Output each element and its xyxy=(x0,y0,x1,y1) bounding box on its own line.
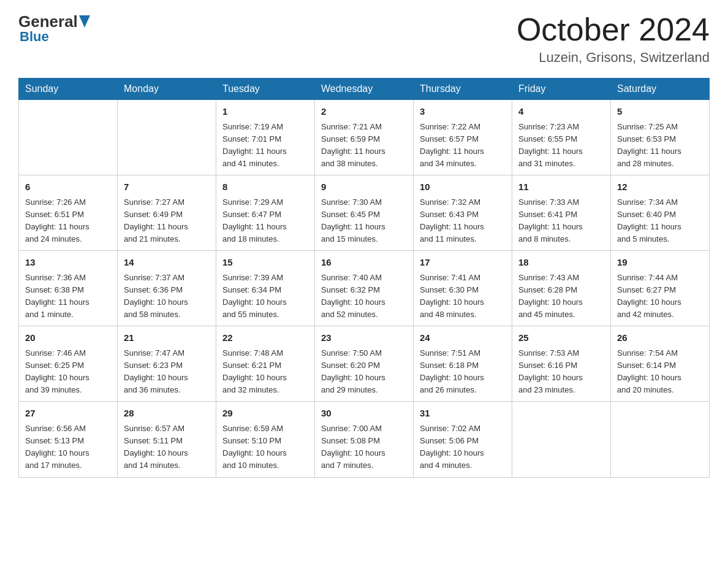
calendar-day-cell: 20Sunrise: 7:46 AM Sunset: 6:25 PM Dayli… xyxy=(19,326,118,402)
day-number: 5 xyxy=(617,105,703,119)
logo-arrow-icon xyxy=(79,15,90,28)
calendar-day-cell xyxy=(118,100,216,175)
calendar-day-cell: 18Sunrise: 7:43 AM Sunset: 6:28 PM Dayli… xyxy=(512,251,611,326)
day-of-week-header: Thursday xyxy=(414,79,512,100)
calendar-day-cell: 27Sunrise: 6:56 AM Sunset: 5:13 PM Dayli… xyxy=(19,402,118,477)
day-number: 10 xyxy=(420,180,506,194)
calendar-day-cell: 3Sunrise: 7:22 AM Sunset: 6:57 PM Daylig… xyxy=(414,100,512,175)
svg-marker-0 xyxy=(79,15,90,28)
day-number: 3 xyxy=(420,105,506,119)
day-number: 20 xyxy=(25,331,111,345)
day-number: 9 xyxy=(321,180,407,194)
day-info: Sunrise: 7:53 AM Sunset: 6:16 PM Dayligh… xyxy=(518,348,583,394)
calendar-week-row: 27Sunrise: 6:56 AM Sunset: 5:13 PM Dayli… xyxy=(19,402,710,477)
day-number: 4 xyxy=(518,105,604,119)
day-number: 1 xyxy=(222,105,308,119)
calendar-day-cell: 13Sunrise: 7:36 AM Sunset: 6:38 PM Dayli… xyxy=(19,251,118,326)
day-info: Sunrise: 6:56 AM Sunset: 5:13 PM Dayligh… xyxy=(25,424,89,470)
day-info: Sunrise: 7:02 AM Sunset: 5:06 PM Dayligh… xyxy=(420,424,484,470)
calendar-week-row: 1Sunrise: 7:19 AM Sunset: 7:01 PM Daylig… xyxy=(19,100,710,175)
calendar-day-cell: 8Sunrise: 7:29 AM Sunset: 6:47 PM Daylig… xyxy=(216,175,315,251)
calendar-day-cell: 29Sunrise: 6:59 AM Sunset: 5:10 PM Dayli… xyxy=(216,402,315,477)
day-info: Sunrise: 6:59 AM Sunset: 5:10 PM Dayligh… xyxy=(222,424,287,470)
day-number: 22 xyxy=(222,331,308,345)
day-info: Sunrise: 7:48 AM Sunset: 6:21 PM Dayligh… xyxy=(222,348,287,394)
day-number: 29 xyxy=(222,407,308,421)
calendar-day-cell: 10Sunrise: 7:32 AM Sunset: 6:43 PM Dayli… xyxy=(414,175,512,251)
calendar-header-row: SundayMondayTuesdayWednesdayThursdayFrid… xyxy=(19,79,710,100)
day-number: 12 xyxy=(617,180,703,194)
day-info: Sunrise: 7:39 AM Sunset: 6:34 PM Dayligh… xyxy=(222,273,287,319)
calendar-day-cell: 6Sunrise: 7:26 AM Sunset: 6:51 PM Daylig… xyxy=(19,175,118,251)
day-info: Sunrise: 7:27 AM Sunset: 6:49 PM Dayligh… xyxy=(124,197,188,243)
day-number: 19 xyxy=(617,256,703,270)
day-of-week-header: Tuesday xyxy=(216,79,315,100)
calendar-day-cell: 23Sunrise: 7:50 AM Sunset: 6:20 PM Dayli… xyxy=(315,326,414,402)
day-number: 6 xyxy=(25,180,111,194)
day-info: Sunrise: 7:30 AM Sunset: 6:45 PM Dayligh… xyxy=(321,197,385,243)
day-number: 16 xyxy=(321,256,407,270)
day-info: Sunrise: 7:29 AM Sunset: 6:47 PM Dayligh… xyxy=(222,197,287,243)
calendar-day-cell: 9Sunrise: 7:30 AM Sunset: 6:45 PM Daylig… xyxy=(315,175,414,251)
day-info: Sunrise: 7:34 AM Sunset: 6:40 PM Dayligh… xyxy=(617,197,681,243)
calendar-week-row: 20Sunrise: 7:46 AM Sunset: 6:25 PM Dayli… xyxy=(19,326,710,402)
calendar-day-cell: 24Sunrise: 7:51 AM Sunset: 6:18 PM Dayli… xyxy=(414,326,512,402)
day-info: Sunrise: 7:21 AM Sunset: 6:59 PM Dayligh… xyxy=(321,122,385,168)
calendar-day-cell: 14Sunrise: 7:37 AM Sunset: 6:36 PM Dayli… xyxy=(118,251,216,326)
calendar-week-row: 6Sunrise: 7:26 AM Sunset: 6:51 PM Daylig… xyxy=(19,175,710,251)
day-number: 30 xyxy=(321,407,407,421)
day-of-week-header: Sunday xyxy=(19,79,118,100)
day-info: Sunrise: 7:26 AM Sunset: 6:51 PM Dayligh… xyxy=(25,197,89,243)
day-number: 23 xyxy=(321,331,407,345)
day-number: 13 xyxy=(25,256,111,270)
calendar-day-cell: 31Sunrise: 7:02 AM Sunset: 5:06 PM Dayli… xyxy=(414,402,512,477)
calendar-day-cell: 21Sunrise: 7:47 AM Sunset: 6:23 PM Dayli… xyxy=(118,326,216,402)
calendar-day-cell: 4Sunrise: 7:23 AM Sunset: 6:55 PM Daylig… xyxy=(512,100,611,175)
day-info: Sunrise: 7:22 AM Sunset: 6:57 PM Dayligh… xyxy=(420,122,484,168)
calendar-day-cell xyxy=(611,402,710,477)
calendar-day-cell: 25Sunrise: 7:53 AM Sunset: 6:16 PM Dayli… xyxy=(512,326,611,402)
location-text: Luzein, Grisons, Switzerland xyxy=(517,50,710,66)
day-number: 18 xyxy=(518,256,604,270)
calendar-day-cell: 26Sunrise: 7:54 AM Sunset: 6:14 PM Dayli… xyxy=(611,326,710,402)
day-number: 26 xyxy=(617,331,703,345)
day-number: 25 xyxy=(518,331,604,345)
calendar-day-cell xyxy=(512,402,611,477)
calendar-day-cell: 7Sunrise: 7:27 AM Sunset: 6:49 PM Daylig… xyxy=(118,175,216,251)
day-info: Sunrise: 7:40 AM Sunset: 6:32 PM Dayligh… xyxy=(321,273,385,319)
logo-blue-text: Blue xyxy=(20,29,49,45)
calendar-day-cell: 16Sunrise: 7:40 AM Sunset: 6:32 PM Dayli… xyxy=(315,251,414,326)
calendar-day-cell: 5Sunrise: 7:25 AM Sunset: 6:53 PM Daylig… xyxy=(611,100,710,175)
calendar-week-row: 13Sunrise: 7:36 AM Sunset: 6:38 PM Dayli… xyxy=(19,251,710,326)
day-info: Sunrise: 7:23 AM Sunset: 6:55 PM Dayligh… xyxy=(518,122,583,168)
calendar-day-cell: 2Sunrise: 7:21 AM Sunset: 6:59 PM Daylig… xyxy=(315,100,414,175)
day-of-week-header: Friday xyxy=(512,79,611,100)
page-header: General Blue October 2024 Luzein, Grison… xyxy=(18,12,710,66)
day-info: Sunrise: 7:33 AM Sunset: 6:41 PM Dayligh… xyxy=(518,197,583,243)
day-number: 15 xyxy=(222,256,308,270)
calendar-day-cell: 22Sunrise: 7:48 AM Sunset: 6:21 PM Dayli… xyxy=(216,326,315,402)
day-number: 14 xyxy=(124,256,210,270)
day-number: 24 xyxy=(420,331,506,345)
logo: General Blue xyxy=(18,12,90,45)
day-info: Sunrise: 7:44 AM Sunset: 6:27 PM Dayligh… xyxy=(617,273,681,319)
day-of-week-header: Monday xyxy=(118,79,216,100)
calendar-day-cell: 15Sunrise: 7:39 AM Sunset: 6:34 PM Dayli… xyxy=(216,251,315,326)
day-number: 8 xyxy=(222,180,308,194)
day-number: 17 xyxy=(420,256,506,270)
day-info: Sunrise: 7:25 AM Sunset: 6:53 PM Dayligh… xyxy=(617,122,681,168)
day-info: Sunrise: 7:37 AM Sunset: 6:36 PM Dayligh… xyxy=(124,273,188,319)
calendar-day-cell: 17Sunrise: 7:41 AM Sunset: 6:30 PM Dayli… xyxy=(414,251,512,326)
day-number: 31 xyxy=(420,407,506,421)
calendar-day-cell: 19Sunrise: 7:44 AM Sunset: 6:27 PM Dayli… xyxy=(611,251,710,326)
calendar-day-cell: 28Sunrise: 6:57 AM Sunset: 5:11 PM Dayli… xyxy=(118,402,216,477)
day-info: Sunrise: 7:43 AM Sunset: 6:28 PM Dayligh… xyxy=(518,273,583,319)
month-title: October 2024 xyxy=(517,12,710,47)
calendar-day-cell: 11Sunrise: 7:33 AM Sunset: 6:41 PM Dayli… xyxy=(512,175,611,251)
day-info: Sunrise: 7:00 AM Sunset: 5:08 PM Dayligh… xyxy=(321,424,385,470)
day-info: Sunrise: 7:54 AM Sunset: 6:14 PM Dayligh… xyxy=(617,348,681,394)
day-number: 28 xyxy=(124,407,210,421)
calendar-table: SundayMondayTuesdayWednesdayThursdayFrid… xyxy=(18,78,710,477)
day-of-week-header: Wednesday xyxy=(315,79,414,100)
day-info: Sunrise: 7:41 AM Sunset: 6:30 PM Dayligh… xyxy=(420,273,484,319)
